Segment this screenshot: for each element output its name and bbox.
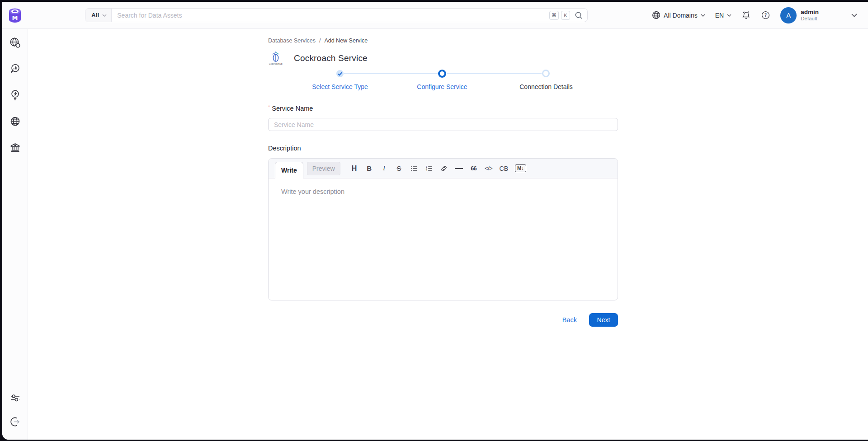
language-label: EN <box>715 12 724 19</box>
svg-text:?: ? <box>764 12 767 18</box>
description-editor: Write Preview H B I S <box>268 158 618 300</box>
govern-icon[interactable] <box>9 141 21 154</box>
step-pending-circle <box>542 70 550 77</box>
help-icon[interactable]: ? <box>761 10 770 20</box>
ingestion-stepper: Select Service Type Configure Service Co… <box>268 70 618 92</box>
bold-icon[interactable]: B <box>365 163 373 174</box>
breadcrumb-separator: / <box>319 38 321 44</box>
chevron-down-icon <box>102 14 107 17</box>
service-name-input[interactable] <box>268 118 618 131</box>
description-placeholder: Write your description <box>281 188 344 195</box>
top-bar: M All ⌘ K <box>2 2 868 29</box>
strikethrough-icon[interactable]: S <box>395 163 403 174</box>
insights-icon[interactable] <box>9 89 21 101</box>
globe-icon <box>652 11 660 19</box>
user-team: Default <box>801 16 819 22</box>
quote-icon[interactable]: 66 <box>470 163 478 174</box>
search-input[interactable] <box>112 12 549 19</box>
required-asterisk: * <box>268 104 270 110</box>
logout-icon[interactable] <box>9 416 21 428</box>
domains-icon[interactable] <box>9 115 21 127</box>
breadcrumb-add-new-service: Add New Service <box>324 38 368 44</box>
tab-preview[interactable]: Preview <box>307 162 340 175</box>
search-scope-select[interactable]: All <box>85 9 112 22</box>
page-title: Cockroach Service <box>294 53 368 63</box>
observability-icon[interactable] <box>9 63 21 75</box>
breadcrumb: Database Services / Add New Service <box>268 38 618 44</box>
step-active-circle <box>438 70 446 78</box>
settings-icon[interactable] <box>9 392 21 404</box>
form-actions: Back Next <box>268 313 618 327</box>
chevron-down-icon <box>701 14 705 17</box>
next-button[interactable]: Next <box>589 313 618 327</box>
back-button[interactable]: Back <box>562 316 577 324</box>
step-completed-circle <box>336 70 344 77</box>
step-select-service-type[interactable]: Select Service Type <box>312 83 368 90</box>
global-search-bar: All ⌘ K <box>85 8 588 22</box>
breadcrumb-database-services[interactable]: Database Services <box>268 38 316 44</box>
cmd-key-badge: ⌘ <box>549 11 559 20</box>
topbar-right-cluster: All Domains EN <box>652 2 857 28</box>
notifications-bell-icon[interactable] <box>741 10 751 20</box>
domains-label: All Domains <box>664 12 698 19</box>
heading-icon[interactable]: H <box>350 163 359 174</box>
app-window: M All ⌘ K <box>2 2 868 440</box>
stepper-connector <box>447 73 542 74</box>
search-icon[interactable] <box>575 11 583 19</box>
tab-write[interactable]: Write <box>275 162 303 178</box>
stepper-connector <box>344 73 438 74</box>
nav-bottom-group <box>9 392 21 440</box>
svg-text:3: 3 <box>425 169 427 172</box>
chevron-down-icon <box>727 14 731 17</box>
editor-toolbar: Write Preview H B I S <box>269 159 618 178</box>
user-profile-chip[interactable]: A admin Default <box>780 7 819 23</box>
domains-dropdown[interactable]: All Domains <box>652 11 705 19</box>
k-key-badge: K <box>561 11 570 20</box>
service-name-label: *Service Name <box>268 104 618 112</box>
markdown-icon[interactable]: M↓ <box>515 163 526 174</box>
svg-text:M: M <box>12 14 18 21</box>
code-block-icon[interactable]: CB <box>500 163 508 174</box>
openmetadata-logo-icon: M <box>8 7 22 23</box>
page-header: CockroachDB Cockroach Service <box>268 49 618 67</box>
user-name: admin <box>801 9 819 16</box>
step-configure-service[interactable]: Configure Service <box>417 83 467 90</box>
numbered-list-icon[interactable]: 123 <box>425 163 433 174</box>
language-dropdown[interactable]: EN <box>715 12 731 19</box>
description-label: Description <box>268 145 618 152</box>
app-logo[interactable]: M <box>2 2 28 28</box>
avatar: A <box>780 7 797 23</box>
left-nav-sidebar <box>2 29 28 440</box>
editor-tools: H B I S <box>350 163 526 174</box>
topbar-expand-chevron-icon[interactable] <box>851 14 857 17</box>
cockroachdb-logo-icon: CockroachDB <box>268 51 283 66</box>
inline-code-icon[interactable]: </> <box>485 163 493 174</box>
description-textarea[interactable]: Write your description <box>269 178 618 300</box>
link-icon[interactable] <box>440 163 448 174</box>
step-connection-details[interactable]: Connection Details <box>519 83 573 90</box>
italic-icon[interactable]: I <box>380 163 388 174</box>
search-scope-label: All <box>91 12 99 19</box>
nav-top-group <box>9 37 21 154</box>
explore-search-icon[interactable] <box>9 37 21 49</box>
main-panel: Database Services / Add New Service Cock… <box>28 29 868 440</box>
service-logo-caption: CockroachDB <box>268 63 283 66</box>
bulleted-list-icon[interactable] <box>410 163 418 174</box>
horizontal-rule-icon[interactable] <box>455 163 463 174</box>
